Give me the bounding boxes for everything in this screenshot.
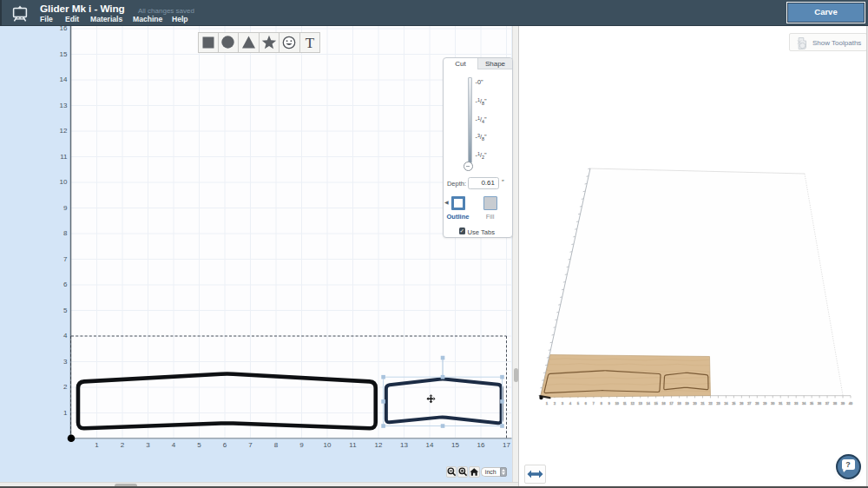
- shape-toolbar: T: [198, 32, 320, 53]
- zoom-out-button[interactable]: [446, 466, 457, 478]
- star-icon: [261, 35, 277, 50]
- show-toolpaths-button[interactable]: Show Toolpaths: [789, 33, 867, 51]
- zoom-in-button[interactable]: [457, 466, 469, 478]
- circle-tool-button[interactable]: [219, 32, 240, 53]
- text-tool-button[interactable]: T: [300, 32, 321, 53]
- depth-input[interactable]: [468, 177, 499, 189]
- svg-text:32: 32: [786, 402, 790, 406]
- svg-text:23: 23: [716, 402, 720, 406]
- origin-marker[interactable]: [68, 435, 76, 443]
- 3d-preview-panel[interactable]: 1234567891011121314151617181920212223242…: [518, 26, 868, 488]
- square-icon: [201, 36, 215, 49]
- svg-text:11: 11: [623, 402, 627, 406]
- svg-text:15: 15: [654, 402, 658, 406]
- x-ruler-label: 3: [140, 442, 157, 449]
- svg-text:29: 29: [763, 402, 766, 406]
- zoom-in-icon: [458, 467, 468, 477]
- zoom-out-icon: [447, 467, 457, 477]
- svg-text:17: 17: [670, 402, 674, 406]
- unit-select[interactable]: inch: [481, 467, 501, 478]
- tab-shape[interactable]: Shape: [477, 58, 512, 69]
- use-tabs-label: Use Tabs: [468, 228, 496, 236]
- x-ruler-label: 2: [114, 442, 131, 449]
- x-ruler-label: 14: [421, 442, 438, 449]
- svg-text:T: T: [306, 35, 315, 50]
- x-ruler-label: 5: [191, 442, 208, 449]
- x-ruler-label: 9: [293, 442, 311, 449]
- menu-help[interactable]: Help: [172, 15, 188, 23]
- star-tool-button[interactable]: [260, 32, 280, 53]
- board-origin-dot: [539, 396, 542, 399]
- svg-text:1: 1: [546, 402, 548, 406]
- svg-text:2: 2: [554, 402, 556, 406]
- svg-text:19: 19: [686, 402, 689, 406]
- depth-slider-handle[interactable]: [464, 162, 473, 171]
- selection-handle[interactable]: [381, 399, 385, 404]
- y-ruler-label: 16: [50, 26, 68, 32]
- svg-text:8: 8: [601, 402, 602, 406]
- selection-handle[interactable]: [381, 375, 385, 379]
- carve-button[interactable]: Carve: [786, 2, 865, 23]
- help-button[interactable]: ?: [836, 454, 861, 479]
- panel-collapse-arrow[interactable]: ◀: [444, 199, 449, 205]
- fill-cut-button[interactable]: [483, 196, 497, 210]
- use-tabs-checkbox[interactable]: ✓: [459, 228, 466, 234]
- vertical-scroll-thumb[interactable]: [514, 368, 518, 382]
- svg-text:35: 35: [810, 402, 813, 406]
- selection-handle[interactable]: [441, 375, 445, 379]
- x-ruler-label: 7: [242, 442, 260, 449]
- easel-logo-icon[interactable]: [11, 5, 29, 22]
- x-ruler-label: 12: [370, 442, 387, 449]
- svg-text:4: 4: [569, 402, 571, 406]
- svg-text:12: 12: [631, 402, 635, 406]
- y-ruler-label: 8: [50, 230, 68, 237]
- selection-handle[interactable]: [500, 424, 504, 428]
- menu-machine[interactable]: Machine: [133, 15, 162, 23]
- zoom-home-button[interactable]: [469, 466, 480, 478]
- cut-shape-panel: Cut Shape -0"-1/8"-1/4"-3/8"-1/2" Depth:…: [443, 57, 513, 238]
- tab-cut[interactable]: Cut: [444, 58, 477, 69]
- document-title[interactable]: Glider Mk i - Wing: [40, 3, 125, 15]
- svg-text:27: 27: [747, 402, 751, 406]
- svg-text:37: 37: [825, 402, 829, 406]
- x-ruler-label: 15: [447, 442, 464, 449]
- design-canvas-panel[interactable]: 1234567891011121314151612345678910111213…: [0, 26, 518, 488]
- text-icon: T: [302, 35, 318, 50]
- cut-shape-tabs: Cut Shape: [444, 58, 512, 69]
- depth-unit: ″: [502, 178, 504, 186]
- panel-resize-button[interactable]: [524, 465, 546, 485]
- selection-handle[interactable]: [441, 356, 445, 360]
- header-left-strip: [0, 0, 2, 26]
- svg-text:13: 13: [639, 402, 642, 406]
- selection-handle[interactable]: [500, 399, 504, 404]
- menu-edit[interactable]: Edit: [65, 15, 79, 23]
- svg-text:9: 9: [608, 402, 610, 406]
- selection-handle[interactable]: [500, 375, 504, 379]
- unit-stepper[interactable]: [500, 467, 507, 478]
- outline-cut-button[interactable]: [451, 196, 465, 211]
- y-ruler-label: 9: [50, 205, 68, 212]
- menu-materials[interactable]: Materials: [90, 15, 122, 23]
- svg-text:33: 33: [794, 402, 798, 406]
- svg-text:22: 22: [708, 402, 712, 406]
- svg-text:34: 34: [802, 402, 806, 406]
- x-ruler-label: 10: [319, 442, 336, 449]
- square-tool-button[interactable]: [198, 32, 219, 53]
- svg-text:25: 25: [732, 402, 735, 406]
- y-ruler-label: 3: [50, 359, 68, 366]
- y-ruler-label: 6: [50, 281, 68, 288]
- smiley-tool-button[interactable]: [279, 32, 300, 53]
- design-canvas[interactable]: [0, 26, 518, 488]
- selection-handle[interactable]: [441, 424, 445, 428]
- triangle-tool-button[interactable]: [239, 32, 260, 53]
- menu-file[interactable]: File: [40, 15, 53, 23]
- depth-slider-track[interactable]: [468, 77, 472, 163]
- selection-handle[interactable]: [381, 424, 385, 428]
- help-bubble-icon: ?: [842, 459, 855, 470]
- svg-text:3: 3: [562, 402, 563, 406]
- slider-tick-label: -1/8": [476, 97, 487, 107]
- home-icon: [470, 467, 479, 477]
- svg-text:36: 36: [818, 402, 821, 406]
- svg-text:10: 10: [615, 402, 619, 406]
- smiley-icon: [282, 36, 296, 49]
